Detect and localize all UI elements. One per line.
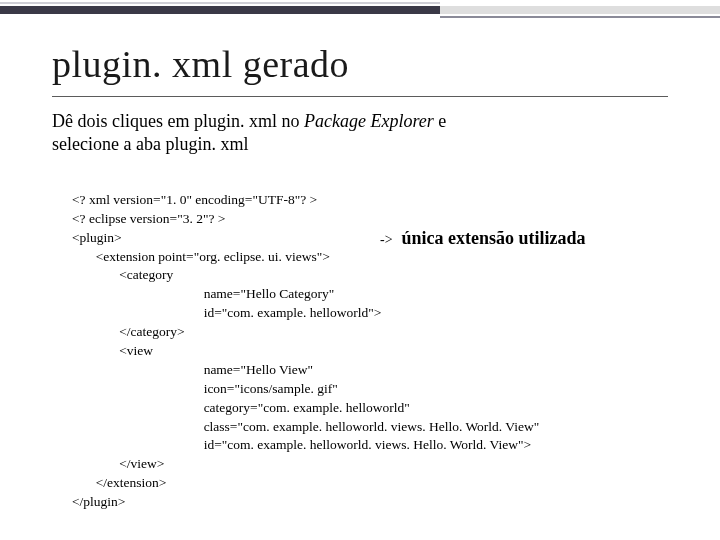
code-line: <category [72, 267, 173, 282]
body-text: Dê dois cliques em plugin. xml no Packag… [52, 110, 672, 155]
intro-line-1: Dê dois cliques em plugin. xml no Packag… [52, 110, 672, 133]
code-line: name="Hello View" [72, 362, 313, 377]
title-divider [52, 96, 668, 97]
code-line: category="com. example. helloworld" [72, 400, 410, 415]
accent-thin-right [440, 16, 720, 18]
code-line: <extension point="org. eclipse. ui. view… [72, 249, 330, 264]
intro-1a: Dê dois cliques em plugin. xml no [52, 111, 304, 131]
code-line: class="com. example. helloworld. views. … [72, 419, 539, 434]
code-line: <plugin> [72, 230, 122, 245]
code-line: </plugin> [72, 494, 125, 509]
package-explorer-label: Package Explorer [304, 111, 434, 131]
code-line: <? eclipse version="3. 2"? > [72, 211, 225, 226]
code-line: id="com. example. helloworld. views. Hel… [72, 437, 531, 452]
annotation-label: única extensão utilizada [402, 228, 586, 248]
code-line: </extension> [72, 475, 166, 490]
accent-light [440, 6, 720, 14]
code-line: </category> [72, 324, 185, 339]
slide: plugin. xml gerado Dê dois cliques em pl… [0, 0, 720, 540]
code-line: </view> [72, 456, 164, 471]
code-line: <? xml version="1. 0" encoding="UTF-8"? … [72, 192, 317, 207]
accent-thin-left [0, 2, 440, 4]
code-line: id="com. example. helloworld"> [72, 305, 381, 320]
top-accent-bar [0, 0, 720, 22]
accent-dark [0, 6, 440, 14]
arrow-icon: -> [380, 232, 393, 247]
code-line: icon="icons/sample. gif" [72, 381, 338, 396]
intro-1b: e [434, 111, 447, 131]
code-line: <view [72, 343, 153, 358]
code-block: <? xml version="1. 0" encoding="UTF-8"? … [72, 172, 539, 531]
intro-line-2: selecione a aba plugin. xml [52, 133, 672, 156]
slide-title: plugin. xml gerado [52, 42, 349, 86]
extension-annotation: -> única extensão utilizada [380, 228, 586, 249]
code-line: name="Hello Category" [72, 286, 334, 301]
